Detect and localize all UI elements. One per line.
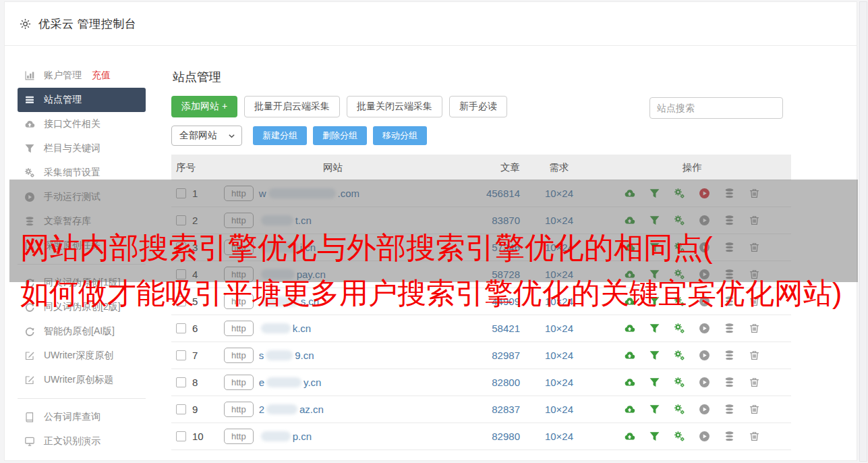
- play-icon[interactable]: [699, 269, 710, 280]
- gears-icon[interactable]: [674, 323, 685, 334]
- trash-icon[interactable]: [749, 431, 760, 442]
- sidebar-item-11[interactable]: 智能伪原创[AI版]: [18, 319, 146, 344]
- row-checkbox[interactable]: [176, 242, 186, 252]
- cloud-upload-icon[interactable]: [624, 404, 635, 415]
- gears-icon[interactable]: [674, 377, 685, 388]
- cloud-upload-icon[interactable]: [624, 377, 635, 388]
- filter-icon[interactable]: [649, 242, 660, 253]
- filter-icon[interactable]: [649, 296, 660, 307]
- sidebar-item-13[interactable]: UWriter原创标题: [18, 368, 146, 392]
- cloud-upload-icon[interactable]: [624, 215, 635, 226]
- trash-icon[interactable]: [749, 242, 760, 253]
- sidebar-item-1[interactable]: 站点管理: [18, 88, 146, 112]
- filter-icon[interactable]: [649, 215, 660, 226]
- row-checkbox[interactable]: [176, 296, 186, 306]
- new-group-button[interactable]: 新建分组: [253, 126, 307, 145]
- play-icon[interactable]: [699, 404, 710, 415]
- sidebar-item-2[interactable]: 接口文件相关: [18, 112, 146, 136]
- play-icon[interactable]: [699, 242, 710, 253]
- row-checkbox[interactable]: [176, 350, 186, 360]
- sidebar-item-12[interactable]: UWriter深度原创: [18, 344, 146, 368]
- trash-icon[interactable]: [749, 323, 760, 334]
- database-icon[interactable]: [724, 188, 735, 199]
- http-badge[interactable]: http: [224, 321, 254, 336]
- site-domain-suffix[interactable]: k.cn: [293, 323, 312, 334]
- database-icon[interactable]: [724, 431, 735, 442]
- play-icon[interactable]: [699, 431, 710, 442]
- play-icon[interactable]: [699, 323, 710, 334]
- play-icon[interactable]: [699, 377, 710, 388]
- database-icon[interactable]: [724, 296, 735, 307]
- trash-icon[interactable]: [749, 296, 760, 307]
- sidebar-item-9[interactable]: 同义词伪原创[1版]: [18, 271, 146, 295]
- gears-icon[interactable]: [674, 269, 685, 280]
- site-domain[interactable]: w: [259, 188, 266, 199]
- page-scrollbar[interactable]: [859, 1, 867, 462]
- delete-group-button[interactable]: 删除分组: [313, 126, 367, 145]
- filter-icon[interactable]: [649, 431, 660, 442]
- gears-icon[interactable]: [674, 296, 685, 307]
- batch-open-button[interactable]: 批量开启云端采集: [244, 96, 340, 117]
- gears-icon[interactable]: [674, 188, 685, 199]
- cloud-upload-icon[interactable]: [624, 242, 635, 253]
- http-badge[interactable]: http: [224, 402, 254, 417]
- site-search-input[interactable]: [649, 97, 783, 119]
- http-badge[interactable]: http: [224, 213, 254, 228]
- trash-icon[interactable]: [749, 404, 760, 415]
- site-domain-suffix[interactable]: 9.cn: [295, 350, 314, 361]
- sidebar-item-0[interactable]: 账户管理 充值: [18, 63, 146, 88]
- database-icon[interactable]: [724, 269, 735, 280]
- play-icon[interactable]: [699, 350, 710, 361]
- http-badge[interactable]: http: [224, 267, 254, 282]
- database-icon[interactable]: [724, 377, 735, 388]
- row-checkbox[interactable]: [176, 404, 186, 414]
- site-domain[interactable]: s: [259, 350, 264, 361]
- filter-icon[interactable]: [649, 350, 660, 361]
- row-checkbox[interactable]: [176, 323, 186, 333]
- play-icon[interactable]: [699, 188, 710, 199]
- filter-icon[interactable]: [649, 404, 660, 415]
- group-select[interactable]: 全部网站: [171, 126, 242, 146]
- recharge-badge[interactable]: 充值: [92, 70, 111, 82]
- site-domain-suffix[interactable]: .com: [338, 188, 360, 199]
- trash-icon[interactable]: [749, 377, 760, 388]
- sidebar-item-5[interactable]: 手动运行测试: [18, 185, 146, 209]
- sidebar-item-16[interactable]: 正文识别演示: [18, 429, 146, 454]
- cloud-upload-icon[interactable]: [624, 350, 635, 361]
- cloud-upload-icon[interactable]: [624, 323, 635, 334]
- site-domain-suffix[interactable]: t.cn: [295, 215, 312, 226]
- site-domain-suffix[interactable]: y.cn: [303, 377, 321, 388]
- cloud-upload-icon[interactable]: [624, 296, 635, 307]
- http-badge[interactable]: http: [224, 429, 254, 444]
- sidebar-item-15[interactable]: 公有词库查询: [18, 405, 146, 429]
- http-badge[interactable]: http: [224, 294, 254, 309]
- http-badge[interactable]: http: [224, 240, 254, 255]
- play-icon[interactable]: [699, 296, 710, 307]
- site-domain-suffix[interactable]: az.cn: [299, 404, 324, 415]
- trash-icon[interactable]: [749, 269, 760, 280]
- row-checkbox[interactable]: [176, 188, 186, 198]
- sidebar-item-10[interactable]: 同义词伪原创[2版]: [18, 295, 146, 319]
- sidebar-item-4[interactable]: 采集细节设置: [18, 161, 146, 185]
- trash-icon[interactable]: [749, 215, 760, 226]
- trash-icon[interactable]: [749, 188, 760, 199]
- gears-icon[interactable]: [674, 431, 685, 442]
- site-domain-suffix[interactable]: s.cn: [301, 296, 320, 307]
- newbie-guide-button[interactable]: 新手必读: [449, 96, 507, 117]
- row-checkbox[interactable]: [176, 215, 186, 225]
- site-domain-suffix[interactable]: pay.cn: [297, 269, 326, 280]
- database-icon[interactable]: [724, 215, 735, 226]
- filter-icon[interactable]: [649, 323, 660, 334]
- cloud-upload-icon[interactable]: [624, 431, 635, 442]
- row-checkbox[interactable]: [176, 377, 186, 387]
- site-domain-suffix[interactable]: i.cn: [300, 242, 316, 253]
- filter-icon[interactable]: [649, 377, 660, 388]
- sidebar-item-7[interactable]: 深度原创任务: [18, 234, 146, 258]
- database-icon[interactable]: [724, 323, 735, 334]
- database-icon[interactable]: [724, 404, 735, 415]
- cloud-upload-icon[interactable]: [624, 269, 635, 280]
- database-icon[interactable]: [724, 242, 735, 253]
- site-domain[interactable]: e: [259, 377, 264, 388]
- gears-icon[interactable]: [674, 242, 685, 253]
- sidebar-item-3[interactable]: 栏目与关键词: [18, 136, 146, 161]
